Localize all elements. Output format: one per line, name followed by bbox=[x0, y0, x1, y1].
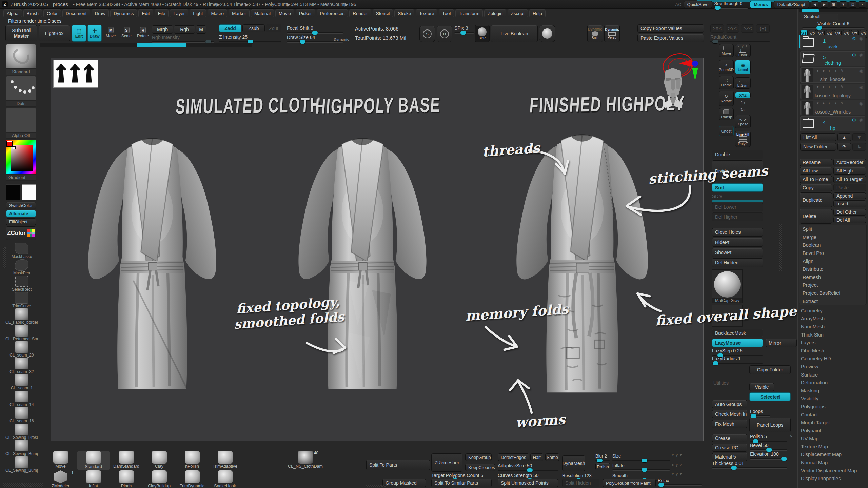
shelf-rotate-button[interactable]: ↻Rotate bbox=[719, 91, 734, 106]
tool-section-row[interactable]: Display Properties bbox=[797, 474, 867, 483]
sculptris-s-button[interactable]: S bbox=[419, 26, 435, 42]
tool-section-row[interactable]: ArrayMesh bbox=[797, 315, 867, 323]
polish-toggle[interactable]: Polish bbox=[595, 463, 610, 470]
double-button[interactable]: Double bbox=[712, 150, 763, 159]
shelf-y-axis-button[interactable]: ↻Y bbox=[735, 99, 751, 105]
default-zscript-button[interactable]: DefaultZScript bbox=[774, 1, 809, 8]
subtool-scroll-strip[interactable] bbox=[799, 9, 867, 12]
hidept-button[interactable]: HidePt bbox=[712, 238, 763, 247]
dock-left-icon[interactable]: ◀ bbox=[811, 1, 818, 8]
crease-button[interactable]: Crease bbox=[712, 434, 747, 442]
menu-item[interactable]: Macro bbox=[208, 9, 227, 17]
bpr-button[interactable]: BPR bbox=[475, 25, 490, 42]
mirror-button[interactable]: Mirror bbox=[766, 339, 797, 347]
keepcreases-button[interactable]: KeepCreases bbox=[465, 464, 495, 471]
bottom-scroll-handle[interactable] bbox=[3, 483, 43, 487]
del-other-button[interactable]: Del Other bbox=[833, 209, 866, 216]
copy-layout-icon[interactable]: ▣ bbox=[830, 1, 837, 8]
blur-slider[interactable]: Blur 2 bbox=[595, 453, 610, 461]
shelf-z-axis-button[interactable]: ↻Z bbox=[735, 107, 751, 113]
visible-count-slider[interactable]: Visible Count 6 bbox=[802, 21, 865, 29]
color-picker[interactable]: Gradient bbox=[6, 140, 36, 181]
tool-section-row[interactable]: UV Map bbox=[797, 435, 867, 443]
material-button[interactable]: Material 5 bbox=[712, 453, 747, 461]
sidebar-scroll-handle[interactable] bbox=[3, 247, 6, 268]
menu-item[interactable]: File bbox=[155, 9, 169, 17]
visibility-eye-icon[interactable]: ◉ bbox=[859, 52, 863, 57]
shelf-local-button[interactable]: ◉Local bbox=[735, 60, 751, 74]
move-in-icon[interactable]: ↳ bbox=[852, 143, 866, 151]
inflate-slider[interactable]: Inflate bbox=[612, 462, 670, 471]
radial-count-slider[interactable]: RadialCount bbox=[710, 34, 770, 42]
visibility-eye-icon[interactable]: ◉ bbox=[859, 101, 863, 106]
focal-shift-slider[interactable]: Focal Shift 0 bbox=[287, 25, 343, 34]
gradient-toggle[interactable]: Gradient bbox=[6, 174, 36, 181]
subtool-op-row[interactable]: Project bbox=[799, 281, 866, 289]
visibility-eye-icon[interactable]: ◉ bbox=[859, 36, 863, 41]
tool-section-row[interactable]: Contact bbox=[797, 411, 867, 419]
mirror-y-button[interactable]: >Y< bbox=[726, 24, 739, 33]
selected-button[interactable]: Selected bbox=[749, 392, 791, 401]
shelf-move-button[interactable]: Move bbox=[719, 44, 734, 57]
subtool-op-row[interactable]: Split bbox=[799, 225, 866, 233]
zcut-button[interactable]: Zcut bbox=[266, 24, 281, 32]
zsub-button[interactable]: Zsub bbox=[242, 24, 265, 32]
del-lower-button[interactable]: Del Lower bbox=[712, 203, 763, 211]
brush-cell[interactable]: 1ZModeler bbox=[44, 470, 77, 488]
brush-item[interactable]: MaskPen bbox=[6, 259, 37, 276]
all-high-button[interactable]: All High bbox=[833, 167, 866, 175]
edit-mode-button[interactable]: ⬚Edit bbox=[72, 25, 86, 42]
same-button[interactable]: Same bbox=[545, 453, 559, 461]
tool-section-row[interactable]: Visibility bbox=[797, 395, 867, 403]
brush-cell[interactable]: DamStandard bbox=[110, 451, 143, 470]
new-folder-button[interactable]: New Folder bbox=[800, 143, 836, 151]
shelf-frame-button[interactable]: ⛶Frame bbox=[719, 76, 734, 89]
dynamesh-button[interactable]: DynaMesh bbox=[562, 455, 585, 471]
subtool-master-button[interactable]: SubToolMaster bbox=[5, 25, 37, 41]
polish-mode-icon[interactable]: ○ bbox=[790, 433, 792, 438]
lightbox-button[interactable]: LightBox bbox=[39, 25, 70, 41]
menu-item[interactable]: Brush bbox=[23, 9, 42, 17]
tool-section-row[interactable]: Normal Map bbox=[797, 459, 867, 467]
copy-export-values-button[interactable]: Copy Export Values bbox=[637, 24, 704, 33]
zadd-button[interactable]: Zadd bbox=[219, 24, 241, 32]
menu-item[interactable]: Help bbox=[529, 9, 546, 17]
brush-item[interactable]: CL_seam_1 bbox=[6, 374, 37, 391]
all-to-target-button[interactable]: All To Target bbox=[833, 176, 866, 183]
dock-right-icon[interactable]: ▶ bbox=[821, 1, 828, 8]
crease-pg-button[interactable]: Crease PG bbox=[712, 444, 747, 452]
auto-groups-button[interactable]: Auto Groups bbox=[712, 400, 747, 408]
brush-item[interactable]: CL_seam_32 bbox=[6, 358, 37, 374]
menu-item[interactable]: Zplugin bbox=[484, 9, 506, 17]
brush-item[interactable]: TrimCurve bbox=[6, 292, 37, 309]
live-boolean-button[interactable]: Live Boolean bbox=[491, 25, 538, 42]
copy-subtool-button[interactable]: Copy bbox=[800, 184, 832, 191]
menu-item[interactable]: Preferences bbox=[317, 9, 348, 17]
shelf-lsym-button[interactable]: ←⋅→L.Sym bbox=[735, 77, 751, 89]
shelf-xpose-button[interactable]: ↖⋅↗Xpose bbox=[735, 115, 751, 128]
menu-item[interactable]: Document bbox=[62, 9, 90, 17]
brush-item[interactable]: SelectRect bbox=[6, 276, 37, 292]
menu-item[interactable]: Stencil bbox=[373, 9, 393, 17]
spix-slider[interactable]: SPix 3 bbox=[454, 25, 474, 34]
subtool-op-row[interactable]: Project BasRelief bbox=[799, 289, 866, 297]
visibility-eye-icon[interactable]: ◉ bbox=[859, 117, 863, 122]
relax-slider[interactable]: Relax bbox=[658, 477, 702, 486]
close-holes-button[interactable]: Close Holes bbox=[712, 228, 763, 237]
draw-size-dynamic-label[interactable]: Dynamic bbox=[334, 37, 349, 41]
all-low-button[interactable]: All Low bbox=[800, 167, 832, 175]
menu-item[interactable]: Dynamics bbox=[110, 9, 137, 17]
menu-item[interactable]: Material bbox=[251, 9, 274, 17]
move-out-icon[interactable]: ↷ bbox=[837, 143, 851, 151]
tool-section-row[interactable]: Morph Target bbox=[797, 419, 867, 427]
subtool-up-icon[interactable]: ▲ bbox=[837, 133, 851, 141]
mirror-z-button[interactable]: >Z< bbox=[741, 24, 754, 33]
bevel-slider[interactable]: Bevel 50 bbox=[750, 442, 787, 451]
subtool-down-icon[interactable]: ▼ bbox=[852, 133, 866, 141]
see-through-slider[interactable]: See-through 0 bbox=[714, 0, 748, 9]
tool-section-row[interactable]: Vector Displacement Map bbox=[797, 467, 867, 475]
loops-slider[interactable]: Loops bbox=[750, 408, 770, 417]
restore-icon[interactable]: □ bbox=[849, 1, 856, 8]
fix-mesh-button[interactable]: Fix Mesh bbox=[712, 420, 747, 428]
subtool-mini-icons[interactable]: ▾ ● ◐ ◑ ✎ bbox=[817, 101, 845, 105]
